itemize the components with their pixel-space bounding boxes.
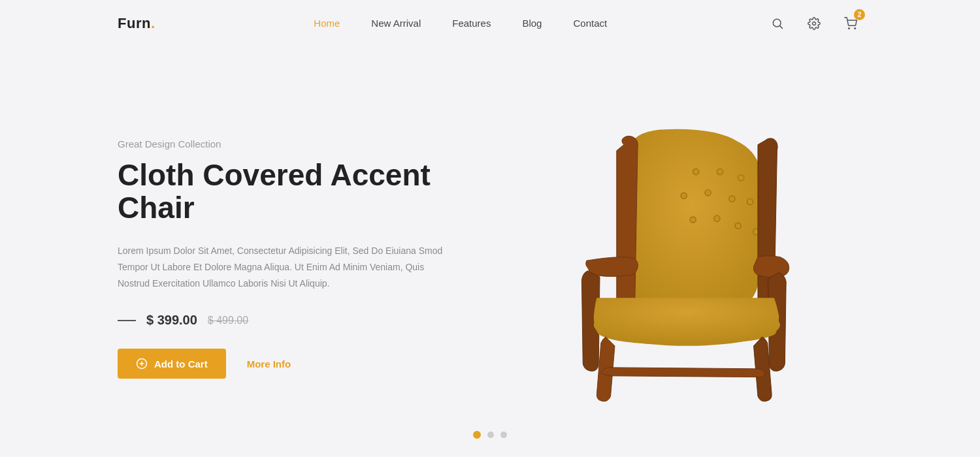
chair-illustration <box>523 112 797 412</box>
settings-button[interactable] <box>802 12 826 35</box>
svg-point-14 <box>747 198 753 204</box>
hero-subtitle: Great Design Collection <box>118 138 457 150</box>
price-original: $ 499.00 <box>208 315 248 326</box>
nav-item-contact[interactable]: Contact <box>573 18 607 29</box>
hero-image <box>457 47 862 457</box>
price-dash-icon <box>118 320 136 321</box>
nav-item-features[interactable]: Features <box>452 18 491 29</box>
search-button[interactable] <box>766 12 789 35</box>
add-to-cart-button[interactable]: Add to Cart <box>118 349 226 379</box>
navbar: Furn. Home New Arrival Features Blog Con… <box>0 0 980 47</box>
hero-description: Lorem Ipsum Dolor Sit Amet, Consectetur … <box>118 243 444 292</box>
pagination-dots <box>473 431 507 439</box>
hero-actions: Add to Cart More Info <box>118 349 457 379</box>
logo-text: Furn <box>118 15 151 31</box>
nav-item-blog[interactable]: Blog <box>522 18 542 29</box>
svg-point-8 <box>693 168 699 174</box>
dot-3[interactable] <box>500 432 507 438</box>
hero-section: Great Design Collection Cloth Covered Ac… <box>0 47 980 457</box>
svg-point-10 <box>738 175 744 181</box>
svg-point-2 <box>812 22 815 25</box>
nav-link-new-arrival[interactable]: New Arrival <box>371 18 421 29</box>
logo[interactable]: Furn. <box>118 15 155 32</box>
search-icon <box>771 17 784 30</box>
hero-content: Great Design Collection Cloth Covered Ac… <box>118 125 457 379</box>
logo-dot: . <box>151 15 155 31</box>
nav-link-home[interactable]: Home <box>314 18 340 29</box>
svg-line-1 <box>780 26 783 29</box>
svg-point-3 <box>849 28 850 29</box>
svg-point-12 <box>705 190 711 196</box>
hero-title: Cloth Covered Accent Chair <box>118 159 457 225</box>
svg-point-16 <box>714 215 720 221</box>
cart-button[interactable]: 2 <box>839 12 862 35</box>
nav-link-blog[interactable]: Blog <box>522 18 542 29</box>
svg-point-17 <box>735 223 741 228</box>
svg-point-9 <box>717 168 723 174</box>
more-info-label: More Info <box>247 358 291 370</box>
nav-link-features[interactable]: Features <box>452 18 491 29</box>
cart-badge: 2 <box>854 9 865 20</box>
plus-circle-icon <box>136 358 148 370</box>
nav-link-contact[interactable]: Contact <box>573 18 607 29</box>
cart-icon <box>844 17 857 30</box>
price-row: $ 399.00 $ 499.00 <box>118 313 457 328</box>
nav-item-home[interactable]: Home <box>314 18 340 29</box>
nav-links: Home New Arrival Features Blog Contact <box>314 18 607 29</box>
dot-1[interactable] <box>473 431 481 439</box>
svg-point-11 <box>681 193 687 198</box>
svg-point-4 <box>855 28 856 29</box>
add-to-cart-label: Add to Cart <box>154 358 208 370</box>
nav-item-new-arrival[interactable]: New Arrival <box>371 18 421 29</box>
svg-point-0 <box>773 19 781 27</box>
dot-2[interactable] <box>487 432 494 438</box>
price-current: $ 399.00 <box>146 313 197 328</box>
gear-icon <box>808 17 821 30</box>
svg-point-13 <box>729 196 735 202</box>
more-info-button[interactable]: More Info <box>247 358 291 370</box>
nav-icons-group: 2 <box>766 12 862 35</box>
svg-point-15 <box>690 217 696 223</box>
